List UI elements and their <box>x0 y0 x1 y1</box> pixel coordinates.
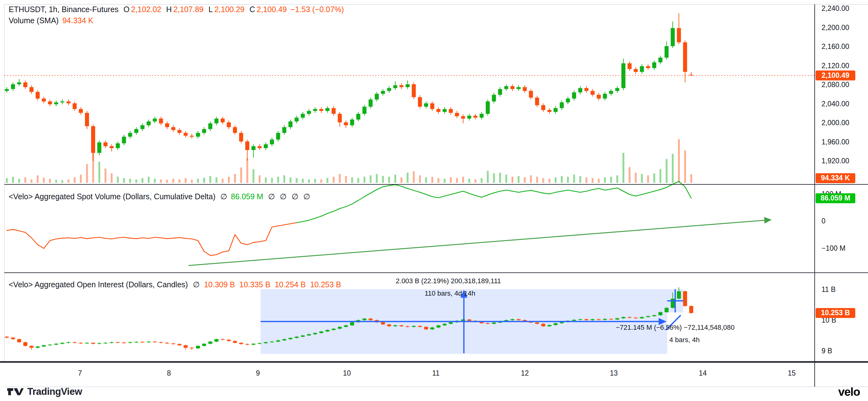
svg-text:110 bars, 4d 14h: 110 bars, 4d 14h <box>425 289 475 297</box>
avg-symbol: ∅ <box>220 192 227 201</box>
svg-text:94.334 K: 94.334 K <box>821 174 850 182</box>
svg-text:11: 11 <box>432 369 440 377</box>
velo-logo: velo <box>838 385 860 399</box>
svg-text:2,000.00: 2,000.00 <box>822 119 849 127</box>
svg-text:2,200.00: 2,200.00 <box>822 24 849 32</box>
spot-cvd-legend-row: <Velo> Aggregated Spot Volume (Dollars, … <box>9 191 310 202</box>
svg-text:−721.145 M (−6.56%) −72,114,54: −721.145 M (−6.56%) −72,114,548,080 <box>616 323 734 331</box>
time-scale[interactable]: 789101112131415 <box>78 369 796 377</box>
svg-text:10: 10 <box>343 369 351 377</box>
svg-text:11 B: 11 B <box>822 285 836 294</box>
avg-symbol: ∅ <box>303 192 310 201</box>
svg-text:1,960.00: 1,960.00 <box>822 138 849 146</box>
trading-chart-app: 2.003 B (22.19%) 200,318,189,111110 bars… <box>0 0 868 401</box>
svg-text:4 bars, 4h: 4 bars, 4h <box>669 336 700 344</box>
open-label: O <box>123 5 129 14</box>
svg-text:2.003 B (22.19%) 200,318,189,1: 2.003 B (22.19%) 200,318,189,111 <box>396 277 501 285</box>
close-value: 2,100.49 <box>257 5 287 14</box>
oi-low-value: 10.254 B <box>275 280 306 289</box>
volume-value: 94.334 K <box>62 16 93 25</box>
avg-symbol: ∅ <box>193 280 199 289</box>
svg-text:14: 14 <box>699 369 707 377</box>
svg-text:86.059 M: 86.059 M <box>820 194 850 202</box>
low-value: 2,100.29 <box>214 5 244 14</box>
price-scale[interactable]: 2,240.002,200.002,160.002,120.002,080.00… <box>816 4 855 355</box>
svg-text:2,240.00: 2,240.00 <box>822 4 849 12</box>
svg-text:2,100.49: 2,100.49 <box>822 71 849 79</box>
svg-text:1,920.00: 1,920.00 <box>822 157 849 165</box>
high-label: H <box>166 5 172 14</box>
oi-title: <Velo> Aggregated Open Interest (Dollars… <box>9 280 188 289</box>
avg-symbol: ∅ <box>292 192 299 201</box>
low-label: L <box>208 5 213 14</box>
svg-text:0: 0 <box>822 217 826 225</box>
tradingview-icon <box>6 386 24 397</box>
high-value: 2,107.89 <box>173 5 204 14</box>
svg-text:7: 7 <box>78 369 82 377</box>
volume-label: Volume (SMA) <box>9 16 59 25</box>
volume-legend-row: Volume (SMA) 94.334 K <box>9 15 344 26</box>
price-legend[interactable]: ETHUSDT, 1h, Binance-Futures O 2,102.02 … <box>9 4 344 26</box>
svg-text:15: 15 <box>788 369 796 377</box>
svg-text:10.253 B: 10.253 B <box>821 309 850 317</box>
svg-text:13: 13 <box>610 369 618 377</box>
oi-open-value: 10.309 B <box>204 280 235 289</box>
price-candles[interactable] <box>5 13 693 161</box>
change-value: −1.53 (−0.07%) <box>290 5 344 14</box>
close-label: C <box>250 5 255 14</box>
trend-arrow[interactable] <box>188 217 772 265</box>
oi-close-value: 10.253 B <box>310 280 341 289</box>
open-value: 2,102.02 <box>131 5 161 14</box>
symbol-title: ETHUSDT, 1h, Binance-Futures <box>9 5 118 14</box>
svg-text:2,160.00: 2,160.00 <box>822 42 849 51</box>
svg-text:8: 8 <box>167 369 171 377</box>
tradingview-logo[interactable]: TradingView <box>6 386 82 397</box>
velo-wordmark: velo <box>838 385 860 398</box>
oi-legend-row: <Velo> Aggregated Open Interest (Dollars… <box>9 279 341 290</box>
spot-cvd-legend[interactable]: <Velo> Aggregated Spot Volume (Dollars, … <box>9 191 310 202</box>
svg-text:12: 12 <box>521 369 529 377</box>
price-legend-row: ETHUSDT, 1h, Binance-Futures O 2,102.02 … <box>9 4 344 15</box>
avg-symbol: ∅ <box>268 192 275 201</box>
oi-legend[interactable]: <Velo> Aggregated Open Interest (Dollars… <box>9 279 341 290</box>
svg-text:9: 9 <box>256 369 260 377</box>
svg-text:−100 M: −100 M <box>822 244 845 252</box>
tradingview-wordmark: TradingView <box>27 386 82 397</box>
svg-text:2,040.00: 2,040.00 <box>822 100 849 108</box>
spot-cvd-title: <Velo> Aggregated Spot Volume (Dollars, … <box>9 192 215 201</box>
oi-high-value: 10.335 B <box>239 280 270 289</box>
svg-text:9 B: 9 B <box>822 347 832 355</box>
svg-text:2,120.00: 2,120.00 <box>822 62 849 70</box>
volume-bars <box>6 139 692 183</box>
avg-symbol: ∅ <box>280 192 287 201</box>
spot-cvd-value: 86.059 M <box>231 192 263 201</box>
svg-text:2,080.00: 2,080.00 <box>822 81 849 89</box>
